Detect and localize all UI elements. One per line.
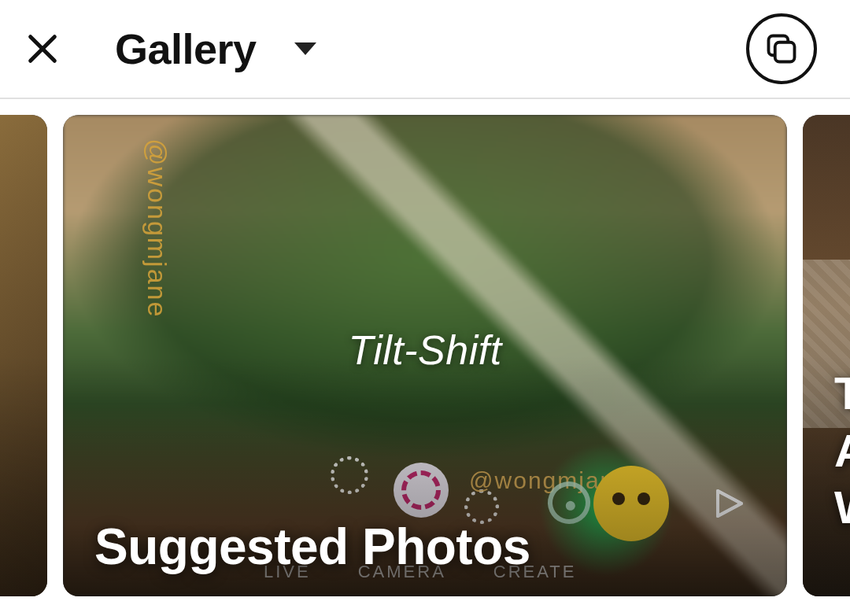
suggestion-card[interactable]: @wongmjane Tilt-Shift @wongmjane LIVE CA… xyxy=(63,115,787,596)
gradient-overlay xyxy=(0,115,47,596)
suggestion-card[interactable] xyxy=(0,115,47,596)
chevron-down-icon xyxy=(294,42,316,55)
card-caption: Suggested Photos xyxy=(94,518,530,576)
card-caption: T A W xyxy=(834,365,850,537)
source-label: Gallery xyxy=(115,24,257,73)
close-icon xyxy=(24,31,61,67)
card-caption-line: A xyxy=(834,422,850,480)
card-caption-line: T xyxy=(834,365,850,422)
source-selector[interactable]: Gallery xyxy=(115,24,316,73)
suggestion-card[interactable]: T A W xyxy=(803,115,850,596)
card-caption-line: W xyxy=(834,479,850,537)
multiselect-button[interactable] xyxy=(746,13,817,84)
suggestions-strip[interactable]: @wongmjane Tilt-Shift @wongmjane LIVE CA… xyxy=(0,99,850,616)
close-button[interactable] xyxy=(19,25,66,72)
svg-rect-3 xyxy=(775,42,795,62)
multiselect-icon xyxy=(764,31,799,66)
header-bar: Gallery xyxy=(0,0,850,99)
